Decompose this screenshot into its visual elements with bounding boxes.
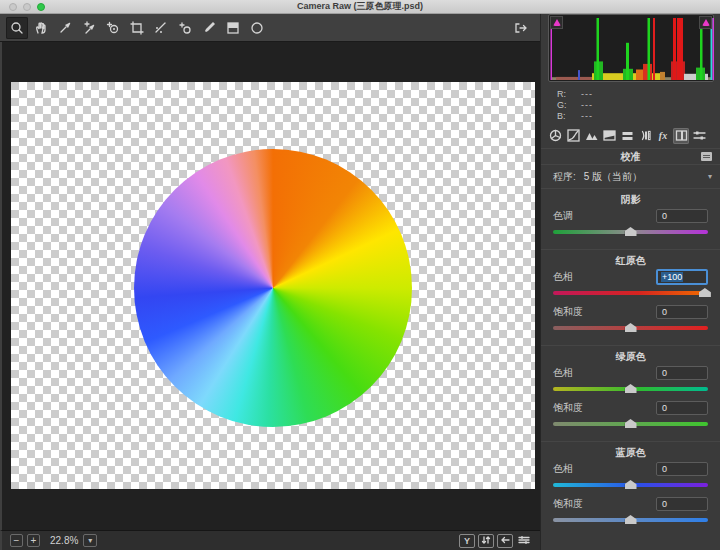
red-eye-tool-button[interactable] bbox=[174, 17, 196, 39]
slider-row-red-hue: 色相 +100 bbox=[553, 269, 708, 284]
section-green-primary: 绿原色 色相 0 饱和度 0 bbox=[541, 345, 720, 441]
tab-tone-curve[interactable] bbox=[565, 128, 581, 144]
shadow-clipping-button[interactable] bbox=[550, 16, 563, 29]
fullscreen-toggle-icon bbox=[513, 20, 529, 36]
section-title: 蓝原色 bbox=[541, 446, 720, 460]
tab-hsl-grayscale[interactable] bbox=[601, 128, 617, 144]
blue-saturation-value-field[interactable]: 0 bbox=[656, 497, 708, 511]
red-hue-value-field[interactable]: +100 bbox=[656, 269, 708, 285]
toggle-fullscreen-button[interactable] bbox=[510, 17, 532, 39]
hand-icon bbox=[33, 20, 49, 36]
magnifier-icon bbox=[9, 20, 25, 36]
graduated-filter-tool-button[interactable] bbox=[222, 17, 244, 39]
histogram[interactable] bbox=[548, 14, 714, 82]
zoom-tool-button[interactable] bbox=[6, 17, 28, 39]
toggle-before-after-button[interactable]: Y bbox=[459, 534, 475, 548]
slider-thumb[interactable] bbox=[625, 323, 637, 332]
zoom-in-button[interactable]: + bbox=[27, 534, 40, 547]
red-eye-icon bbox=[177, 20, 193, 36]
r-label: R: bbox=[557, 89, 571, 100]
process-version-row: 程序: 5 版（当前） ▾ bbox=[541, 164, 720, 188]
r-value: --- bbox=[581, 89, 593, 100]
white-balance-tool-button[interactable] bbox=[54, 17, 76, 39]
tab-camera-calibration[interactable] bbox=[673, 128, 689, 144]
slider-thumb[interactable] bbox=[699, 288, 711, 297]
blue-hue-slider[interactable] bbox=[553, 480, 708, 489]
straighten-tool-button[interactable] bbox=[150, 17, 172, 39]
green-saturation-slider[interactable] bbox=[553, 419, 708, 428]
radial-filter-tool-button[interactable] bbox=[246, 17, 268, 39]
straighten-icon bbox=[153, 20, 169, 36]
preview-preferences-button[interactable] bbox=[516, 534, 532, 548]
tab-lens-corrections[interactable] bbox=[637, 128, 653, 144]
histogram-bars bbox=[550, 18, 714, 80]
panel-menu-button[interactable] bbox=[701, 152, 712, 161]
section-red-primary: 红原色 色相 +100 饱和度 0 bbox=[541, 249, 720, 345]
document-canvas[interactable] bbox=[11, 82, 535, 489]
selected-text: +100 bbox=[661, 272, 683, 282]
sliders-icon bbox=[518, 535, 530, 547]
color-wheel-image bbox=[134, 149, 412, 427]
detail-icon bbox=[585, 129, 598, 142]
titlebar: Camera Raw (三原色原理.psd) bbox=[0, 0, 720, 14]
b-label: B: bbox=[557, 111, 571, 122]
tab-basic[interactable] bbox=[547, 128, 563, 144]
zoom-level-dropdown[interactable]: ▾ bbox=[83, 534, 97, 547]
crop-tool-button[interactable] bbox=[126, 17, 148, 39]
tint-value-field[interactable]: 0 bbox=[656, 209, 708, 223]
tab-effects[interactable]: fx bbox=[655, 128, 671, 144]
blue-saturation-slider[interactable] bbox=[553, 515, 708, 524]
g-label: G: bbox=[557, 100, 571, 111]
red-hue-slider[interactable] bbox=[553, 288, 708, 297]
fullscreen-button[interactable] bbox=[37, 3, 45, 11]
slider-thumb[interactable] bbox=[625, 515, 637, 524]
slider-label: 色调 bbox=[553, 209, 573, 223]
slider-row-tint: 色调 0 bbox=[553, 208, 708, 223]
tab-split-toning[interactable] bbox=[619, 128, 635, 144]
red-saturation-slider[interactable] bbox=[553, 323, 708, 332]
slider-thumb[interactable] bbox=[625, 419, 637, 428]
green-saturation-value-field[interactable]: 0 bbox=[656, 401, 708, 415]
tint-slider[interactable] bbox=[553, 227, 708, 236]
slider-thumb[interactable] bbox=[625, 227, 637, 236]
copy-settings-button[interactable] bbox=[497, 534, 513, 548]
hand-tool-button[interactable] bbox=[30, 17, 52, 39]
tab-detail[interactable] bbox=[583, 128, 599, 144]
slider-thumb[interactable] bbox=[625, 480, 637, 489]
tab-presets[interactable] bbox=[691, 128, 707, 144]
slider-row-green-saturation: 饱和度 0 bbox=[553, 400, 708, 415]
arrow-left-icon bbox=[500, 535, 510, 547]
swap-before-after-button[interactable] bbox=[478, 534, 494, 548]
image-viewport[interactable] bbox=[0, 42, 540, 530]
adjustments-panel: R:--- G:--- B:--- fx 校准 程序: 5 版（当前） ▾ bbox=[540, 14, 720, 550]
brush-icon bbox=[201, 20, 217, 36]
close-button[interactable] bbox=[9, 3, 17, 11]
chevron-down-icon: ▾ bbox=[88, 536, 92, 545]
highlight-clipping-button[interactable] bbox=[699, 16, 712, 29]
panel-tabs: fx bbox=[547, 127, 720, 144]
color-sampler-tool-button[interactable] bbox=[78, 17, 100, 39]
green-hue-slider[interactable] bbox=[553, 384, 708, 393]
process-version-select[interactable]: 5 版（当前） ▾ bbox=[584, 170, 712, 184]
rgb-row-b: B:--- bbox=[557, 111, 720, 122]
minimize-button[interactable] bbox=[23, 3, 31, 11]
slider-thumb[interactable] bbox=[625, 384, 637, 393]
panel-header: 校准 bbox=[541, 148, 720, 164]
adjustment-brush-tool-button[interactable] bbox=[198, 17, 220, 39]
section-title: 红原色 bbox=[541, 254, 720, 268]
g-value: --- bbox=[581, 100, 593, 111]
presets-icon bbox=[693, 129, 706, 142]
blue-hue-value-field[interactable]: 0 bbox=[656, 462, 708, 476]
targeted-adjustment-tool-button[interactable] bbox=[102, 17, 124, 39]
statusbar: − + 22.8% ▾ Y bbox=[0, 530, 540, 550]
zoom-level-value: 22.8% bbox=[50, 535, 78, 546]
split-toning-icon bbox=[621, 129, 634, 142]
section-blue-primary: 蓝原色 色相 0 饱和度 0 bbox=[541, 441, 720, 537]
section-title: 绿原色 bbox=[541, 350, 720, 364]
zoom-out-button[interactable]: − bbox=[10, 534, 23, 547]
red-saturation-value-field[interactable]: 0 bbox=[656, 305, 708, 319]
highlight-clipping-warning-icon bbox=[702, 19, 710, 26]
slider-label: 色相 bbox=[553, 462, 573, 476]
rgb-readout: R:--- G:--- B:--- bbox=[557, 89, 720, 122]
green-hue-value-field[interactable]: 0 bbox=[656, 366, 708, 380]
